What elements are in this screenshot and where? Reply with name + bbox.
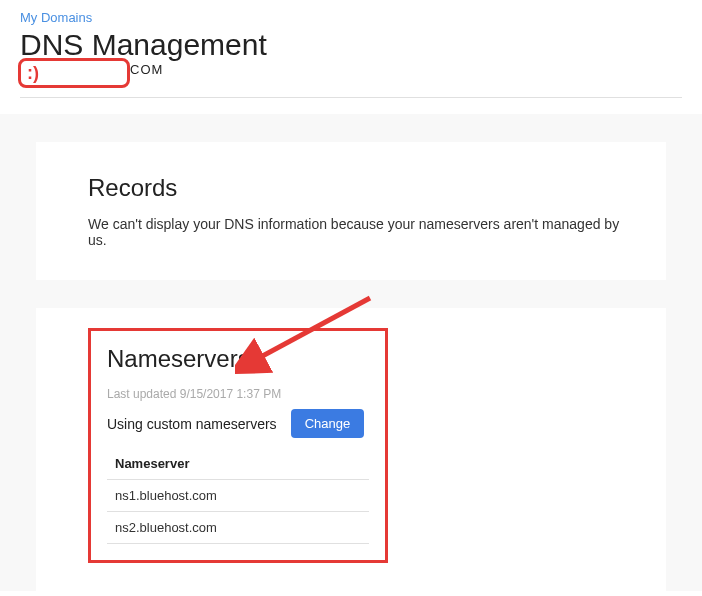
header: My Domains DNS Management :) COM [0, 0, 702, 114]
nameservers-title: Nameservers [107, 345, 369, 373]
domain-tld: COM [130, 62, 163, 77]
nameservers-status-row: Using custom nameservers Change [107, 409, 369, 438]
nameserver-table-header: Nameserver [107, 448, 369, 480]
divider [20, 97, 682, 98]
nameserver-row: ns2.bluehost.com [107, 512, 369, 544]
records-card: Records We can't display your DNS inform… [36, 142, 666, 280]
records-title: Records [88, 174, 630, 202]
smile-icon: :) [27, 63, 39, 84]
nameservers-highlight-box: Nameservers Last updated 9/15/2017 1:37 … [88, 328, 388, 563]
nameservers-status: Using custom nameservers [107, 416, 277, 432]
content-area: Records We can't display your DNS inform… [0, 114, 702, 591]
breadcrumb-my-domains[interactable]: My Domains [20, 10, 92, 25]
nameservers-card: Nameservers Last updated 9/15/2017 1:37 … [36, 308, 666, 591]
domain-highlight-box: :) [18, 58, 130, 88]
nameserver-row: ns1.bluehost.com [107, 480, 369, 512]
change-button[interactable]: Change [291, 409, 365, 438]
records-message: We can't display your DNS information be… [88, 216, 630, 248]
nameservers-updated: Last updated 9/15/2017 1:37 PM [107, 387, 369, 401]
